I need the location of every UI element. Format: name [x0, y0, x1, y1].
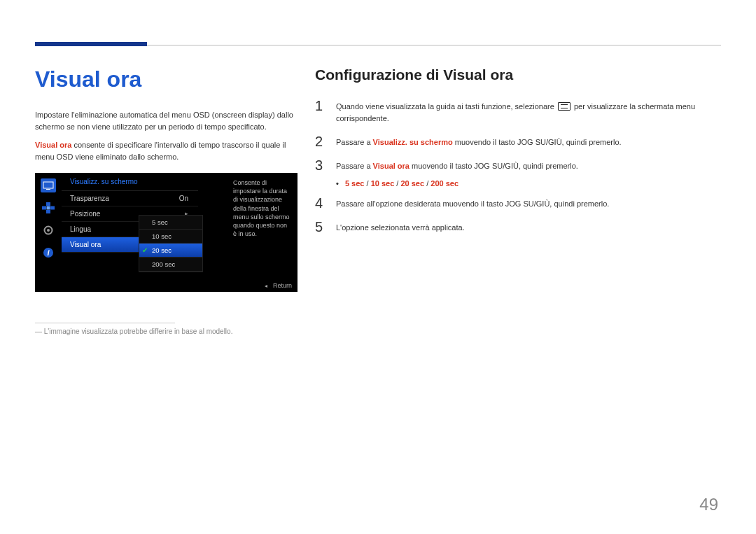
svg-rect-4	[42, 206, 46, 210]
header-accent	[35, 42, 147, 46]
step-3-highlight: Visual ora	[373, 162, 410, 170]
step-body: Passare all'opzione desiderata muovendo …	[336, 196, 609, 210]
step-3-text-b: muovendo il tasto JOG SU/GIÙ, quindi pre…	[410, 162, 578, 170]
step-body: Quando viene visualizzata la guida ai ta…	[336, 99, 721, 125]
options-sep: /	[364, 179, 370, 188]
option-5sec: 5 sec	[345, 179, 365, 188]
svg-rect-1	[46, 189, 50, 190]
osd-return-row: ◂ Return	[265, 282, 292, 289]
svg-rect-0	[43, 182, 53, 188]
osd-screenshot: i Visualizz. su schermo Trasparenza On P…	[35, 173, 298, 292]
osd-row-label: Visual ora	[70, 241, 101, 248]
osd-option-5sec: 5 sec	[139, 216, 202, 230]
osd-row-label: Posizione	[70, 210, 100, 218]
picture-icon	[41, 178, 56, 192]
step-3-text-a: Passare a	[336, 162, 373, 170]
options-bullet: • 5 sec / 10 sec / 20 sec / 200 sec	[336, 179, 721, 188]
osd-option-label: 5 sec	[152, 218, 168, 226]
option-200sec: 200 sec	[430, 179, 458, 188]
osd-option-10sec: 10 sec	[139, 230, 202, 244]
footnote: L'immagine visualizzata potrebbe differi…	[35, 328, 298, 335]
step-3: 3 Passare a Visual ora muovendo il tasto…	[315, 158, 721, 172]
bullet-dot: •	[336, 179, 339, 188]
pip-icon	[41, 201, 56, 215]
step-number: 4	[315, 196, 326, 210]
osd-option-label: 20 sec	[152, 246, 172, 254]
step-2-highlight: Visualizz. su schermo	[373, 138, 453, 146]
left-column: Visual ora Impostare l'eliminazione auto…	[35, 66, 298, 335]
osd-row-label: Lingua	[70, 225, 91, 233]
step-4: 4 Passare all'opzione desiderata muovend…	[315, 196, 721, 210]
step-2-text-a: Passare a	[336, 138, 373, 146]
options-sep: /	[424, 179, 430, 188]
osd-option-20sec: ✔ 20 sec	[139, 244, 202, 258]
svg-rect-2	[46, 202, 50, 206]
intro-para-2: Visual ora consente di specificare l'int…	[35, 139, 298, 163]
check-icon: ✔	[142, 246, 148, 254]
footnote-divider	[35, 323, 175, 323]
step-1-text-a: Quando viene visualizzata la guida ai ta…	[336, 102, 556, 111]
osd-option-label: 200 sec	[152, 260, 175, 268]
menu-icon	[558, 102, 570, 111]
osd-option-200sec: 200 sec	[139, 258, 202, 272]
osd-submenu: 5 sec 10 sec ✔ 20 sec 200 sec	[139, 215, 203, 272]
step-number: 5	[315, 220, 326, 234]
svg-rect-6	[47, 206, 50, 210]
svg-point-8	[47, 229, 50, 232]
osd-return-label: Return	[273, 282, 292, 289]
step-2: 2 Passare a Visualizz. su schermo muoven…	[315, 134, 721, 148]
gear-icon	[41, 223, 56, 237]
intro-para-1: Impostare l'eliminazione automatica del …	[35, 109, 298, 133]
step-1: 1 Quando viene visualizzata la guida ai …	[315, 99, 721, 125]
right-column: Configurazione di Visual ora 1 Quando vi…	[315, 66, 721, 244]
step-2-text-b: muovendo il tasto JOG SU/GIÙ, quindi pre…	[453, 138, 622, 146]
step-body: L'opzione selezionata verrà applicata.	[336, 220, 465, 234]
osd-row-trasparenza: Trasparenza On	[62, 191, 198, 206]
osd-option-label: 10 sec	[152, 232, 172, 240]
option-10sec: 10 sec	[371, 179, 395, 188]
info-icon: i	[41, 246, 56, 260]
osd-side-icons: i	[35, 173, 62, 292]
step-number: 2	[315, 134, 326, 148]
page-title: Visual ora	[35, 66, 298, 92]
step-number: 3	[315, 158, 326, 172]
page-number: 49	[699, 495, 718, 514]
osd-row-label: Trasparenza	[70, 195, 109, 202]
step-5: 5 L'opzione selezionata verrà applicata.	[315, 220, 721, 234]
triangle-left-icon: ◂	[265, 283, 267, 289]
step-body: Passare a Visualizz. su schermo muovendo…	[336, 134, 622, 148]
step-body: Passare a Visual ora muovendo il tasto J…	[336, 158, 578, 172]
osd-panel-title: Visualizz. su schermo	[62, 173, 198, 191]
intro-highlight: Visual ora	[35, 141, 71, 149]
osd-row-value: On	[179, 195, 188, 202]
option-20sec: 20 sec	[400, 179, 424, 188]
intro-para-2-rest: consente di specificare l'intervallo di …	[35, 141, 286, 161]
osd-help-text: Consente di impostare la durata di visua…	[227, 173, 298, 244]
svg-rect-5	[50, 206, 55, 210]
section-heading: Configurazione di Visual ora	[315, 66, 721, 83]
svg-rect-3	[46, 210, 50, 213]
step-number: 1	[315, 99, 326, 125]
